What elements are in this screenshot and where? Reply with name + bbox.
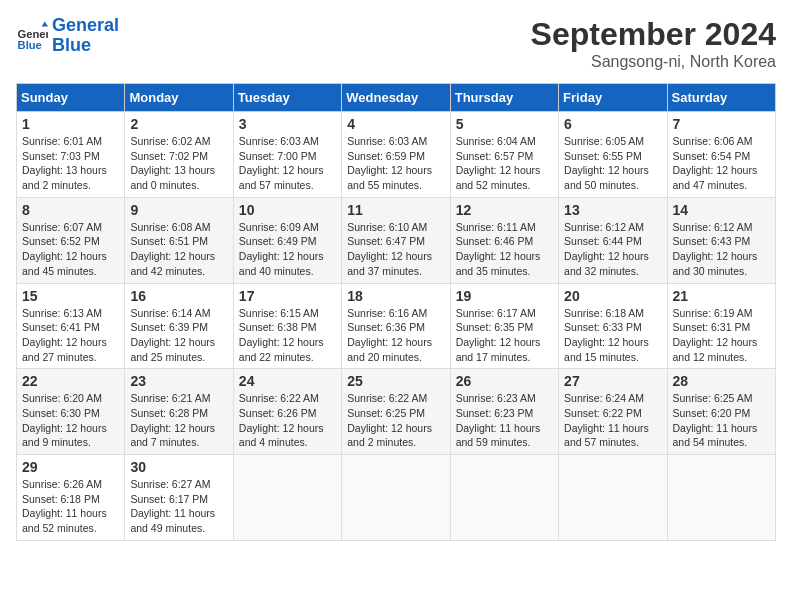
calendar-table: SundayMondayTuesdayWednesdayThursdayFrid… bbox=[16, 83, 776, 541]
day-number: 4 bbox=[347, 116, 444, 132]
day-number: 10 bbox=[239, 202, 336, 218]
calendar-body: 1 Sunrise: 6:01 AM Sunset: 7:03 PM Dayli… bbox=[17, 112, 776, 541]
day-info: Sunrise: 6:09 AM Sunset: 6:49 PM Dayligh… bbox=[239, 220, 336, 279]
day-info: Sunrise: 6:21 AM Sunset: 6:28 PM Dayligh… bbox=[130, 391, 227, 450]
calendar-cell: 7 Sunrise: 6:06 AM Sunset: 6:54 PM Dayli… bbox=[667, 112, 775, 198]
day-info: Sunrise: 6:01 AM Sunset: 7:03 PM Dayligh… bbox=[22, 134, 119, 193]
day-number: 8 bbox=[22, 202, 119, 218]
day-header-friday: Friday bbox=[559, 84, 667, 112]
svg-marker-2 bbox=[42, 21, 48, 26]
title-section: September 2024 Sangsong-ni, North Korea bbox=[531, 16, 776, 71]
day-info: Sunrise: 6:27 AM Sunset: 6:17 PM Dayligh… bbox=[130, 477, 227, 536]
day-info: Sunrise: 6:22 AM Sunset: 6:25 PM Dayligh… bbox=[347, 391, 444, 450]
logo-icon: General Blue bbox=[16, 20, 48, 52]
day-info: Sunrise: 6:07 AM Sunset: 6:52 PM Dayligh… bbox=[22, 220, 119, 279]
location: Sangsong-ni, North Korea bbox=[531, 53, 776, 71]
calendar-week-row: 8 Sunrise: 6:07 AM Sunset: 6:52 PM Dayli… bbox=[17, 197, 776, 283]
day-info: Sunrise: 6:12 AM Sunset: 6:44 PM Dayligh… bbox=[564, 220, 661, 279]
day-number: 30 bbox=[130, 459, 227, 475]
calendar-cell: 14 Sunrise: 6:12 AM Sunset: 6:43 PM Dayl… bbox=[667, 197, 775, 283]
calendar-cell bbox=[342, 455, 450, 541]
calendar-cell: 13 Sunrise: 6:12 AM Sunset: 6:44 PM Dayl… bbox=[559, 197, 667, 283]
calendar-cell: 15 Sunrise: 6:13 AM Sunset: 6:41 PM Dayl… bbox=[17, 283, 125, 369]
day-number: 15 bbox=[22, 288, 119, 304]
day-info: Sunrise: 6:16 AM Sunset: 6:36 PM Dayligh… bbox=[347, 306, 444, 365]
day-info: Sunrise: 6:18 AM Sunset: 6:33 PM Dayligh… bbox=[564, 306, 661, 365]
day-number: 27 bbox=[564, 373, 661, 389]
day-info: Sunrise: 6:22 AM Sunset: 6:26 PM Dayligh… bbox=[239, 391, 336, 450]
day-info: Sunrise: 6:12 AM Sunset: 6:43 PM Dayligh… bbox=[673, 220, 770, 279]
calendar-cell: 4 Sunrise: 6:03 AM Sunset: 6:59 PM Dayli… bbox=[342, 112, 450, 198]
calendar-header-row: SundayMondayTuesdayWednesdayThursdayFrid… bbox=[17, 84, 776, 112]
day-header-tuesday: Tuesday bbox=[233, 84, 341, 112]
day-info: Sunrise: 6:10 AM Sunset: 6:47 PM Dayligh… bbox=[347, 220, 444, 279]
calendar-cell: 18 Sunrise: 6:16 AM Sunset: 6:36 PM Dayl… bbox=[342, 283, 450, 369]
day-info: Sunrise: 6:03 AM Sunset: 6:59 PM Dayligh… bbox=[347, 134, 444, 193]
day-info: Sunrise: 6:03 AM Sunset: 7:00 PM Dayligh… bbox=[239, 134, 336, 193]
day-info: Sunrise: 6:25 AM Sunset: 6:20 PM Dayligh… bbox=[673, 391, 770, 450]
day-header-thursday: Thursday bbox=[450, 84, 558, 112]
day-info: Sunrise: 6:19 AM Sunset: 6:31 PM Dayligh… bbox=[673, 306, 770, 365]
calendar-cell: 28 Sunrise: 6:25 AM Sunset: 6:20 PM Dayl… bbox=[667, 369, 775, 455]
month-title: September 2024 bbox=[531, 16, 776, 53]
day-info: Sunrise: 6:02 AM Sunset: 7:02 PM Dayligh… bbox=[130, 134, 227, 193]
calendar-cell: 29 Sunrise: 6:26 AM Sunset: 6:18 PM Dayl… bbox=[17, 455, 125, 541]
calendar-cell: 23 Sunrise: 6:21 AM Sunset: 6:28 PM Dayl… bbox=[125, 369, 233, 455]
day-info: Sunrise: 6:23 AM Sunset: 6:23 PM Dayligh… bbox=[456, 391, 553, 450]
calendar-week-row: 29 Sunrise: 6:26 AM Sunset: 6:18 PM Dayl… bbox=[17, 455, 776, 541]
day-number: 17 bbox=[239, 288, 336, 304]
calendar-cell: 26 Sunrise: 6:23 AM Sunset: 6:23 PM Dayl… bbox=[450, 369, 558, 455]
calendar-cell: 17 Sunrise: 6:15 AM Sunset: 6:38 PM Dayl… bbox=[233, 283, 341, 369]
calendar-cell: 12 Sunrise: 6:11 AM Sunset: 6:46 PM Dayl… bbox=[450, 197, 558, 283]
calendar-cell: 20 Sunrise: 6:18 AM Sunset: 6:33 PM Dayl… bbox=[559, 283, 667, 369]
calendar-cell: 1 Sunrise: 6:01 AM Sunset: 7:03 PM Dayli… bbox=[17, 112, 125, 198]
day-number: 3 bbox=[239, 116, 336, 132]
day-header-sunday: Sunday bbox=[17, 84, 125, 112]
svg-text:General: General bbox=[18, 27, 48, 39]
day-number: 21 bbox=[673, 288, 770, 304]
calendar-cell: 30 Sunrise: 6:27 AM Sunset: 6:17 PM Dayl… bbox=[125, 455, 233, 541]
calendar-cell: 24 Sunrise: 6:22 AM Sunset: 6:26 PM Dayl… bbox=[233, 369, 341, 455]
calendar-cell bbox=[450, 455, 558, 541]
calendar-cell: 16 Sunrise: 6:14 AM Sunset: 6:39 PM Dayl… bbox=[125, 283, 233, 369]
day-number: 1 bbox=[22, 116, 119, 132]
calendar-cell: 6 Sunrise: 6:05 AM Sunset: 6:55 PM Dayli… bbox=[559, 112, 667, 198]
day-header-monday: Monday bbox=[125, 84, 233, 112]
day-number: 26 bbox=[456, 373, 553, 389]
day-number: 19 bbox=[456, 288, 553, 304]
calendar-cell: 10 Sunrise: 6:09 AM Sunset: 6:49 PM Dayl… bbox=[233, 197, 341, 283]
calendar-cell: 9 Sunrise: 6:08 AM Sunset: 6:51 PM Dayli… bbox=[125, 197, 233, 283]
calendar-cell: 25 Sunrise: 6:22 AM Sunset: 6:25 PM Dayl… bbox=[342, 369, 450, 455]
day-number: 2 bbox=[130, 116, 227, 132]
day-info: Sunrise: 6:15 AM Sunset: 6:38 PM Dayligh… bbox=[239, 306, 336, 365]
day-number: 16 bbox=[130, 288, 227, 304]
day-header-wednesday: Wednesday bbox=[342, 84, 450, 112]
day-info: Sunrise: 6:14 AM Sunset: 6:39 PM Dayligh… bbox=[130, 306, 227, 365]
day-info: Sunrise: 6:13 AM Sunset: 6:41 PM Dayligh… bbox=[22, 306, 119, 365]
day-info: Sunrise: 6:11 AM Sunset: 6:46 PM Dayligh… bbox=[456, 220, 553, 279]
calendar-cell: 22 Sunrise: 6:20 AM Sunset: 6:30 PM Dayl… bbox=[17, 369, 125, 455]
day-info: Sunrise: 6:17 AM Sunset: 6:35 PM Dayligh… bbox=[456, 306, 553, 365]
day-number: 29 bbox=[22, 459, 119, 475]
calendar-cell: 11 Sunrise: 6:10 AM Sunset: 6:47 PM Dayl… bbox=[342, 197, 450, 283]
day-number: 9 bbox=[130, 202, 227, 218]
calendar-week-row: 22 Sunrise: 6:20 AM Sunset: 6:30 PM Dayl… bbox=[17, 369, 776, 455]
day-number: 13 bbox=[564, 202, 661, 218]
day-info: Sunrise: 6:05 AM Sunset: 6:55 PM Dayligh… bbox=[564, 134, 661, 193]
day-number: 20 bbox=[564, 288, 661, 304]
calendar-week-row: 15 Sunrise: 6:13 AM Sunset: 6:41 PM Dayl… bbox=[17, 283, 776, 369]
day-number: 5 bbox=[456, 116, 553, 132]
day-info: Sunrise: 6:26 AM Sunset: 6:18 PM Dayligh… bbox=[22, 477, 119, 536]
calendar-cell: 27 Sunrise: 6:24 AM Sunset: 6:22 PM Dayl… bbox=[559, 369, 667, 455]
day-number: 23 bbox=[130, 373, 227, 389]
day-info: Sunrise: 6:04 AM Sunset: 6:57 PM Dayligh… bbox=[456, 134, 553, 193]
calendar-cell: 2 Sunrise: 6:02 AM Sunset: 7:02 PM Dayli… bbox=[125, 112, 233, 198]
calendar-cell: 8 Sunrise: 6:07 AM Sunset: 6:52 PM Dayli… bbox=[17, 197, 125, 283]
calendar-cell bbox=[667, 455, 775, 541]
calendar-cell: 19 Sunrise: 6:17 AM Sunset: 6:35 PM Dayl… bbox=[450, 283, 558, 369]
logo-text: GeneralBlue bbox=[52, 16, 119, 56]
calendar-cell: 21 Sunrise: 6:19 AM Sunset: 6:31 PM Dayl… bbox=[667, 283, 775, 369]
calendar-week-row: 1 Sunrise: 6:01 AM Sunset: 7:03 PM Dayli… bbox=[17, 112, 776, 198]
logo: General Blue GeneralBlue bbox=[16, 16, 119, 56]
day-number: 24 bbox=[239, 373, 336, 389]
